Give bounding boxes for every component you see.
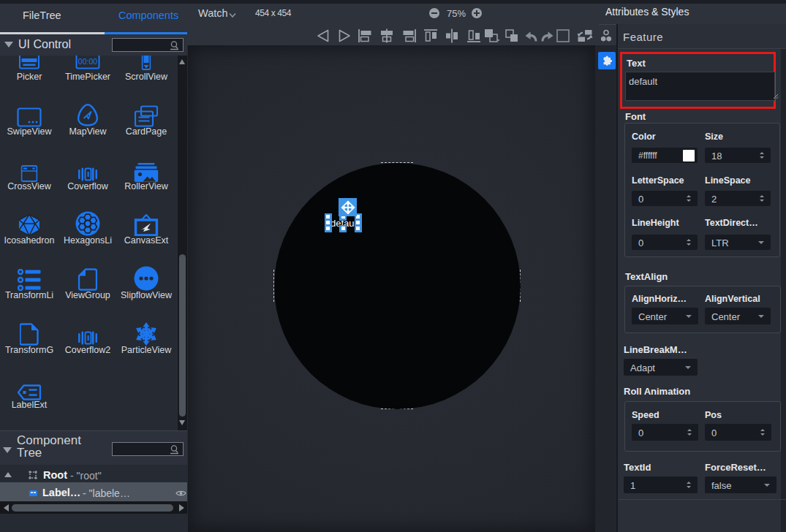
svg-text:00:00: 00:00 [78,57,97,66]
